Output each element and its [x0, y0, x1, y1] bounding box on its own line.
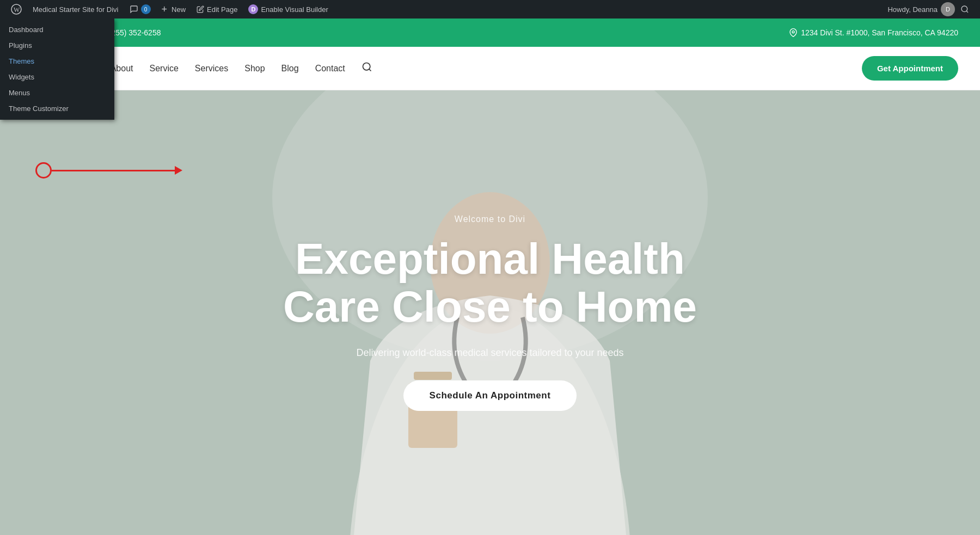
- dropdown-item-themes[interactable]: Themes: [0, 53, 114, 69]
- nav-link-service[interactable]: Service: [150, 64, 179, 73]
- top-bar: 7 Emergency Hotline: (255) 352-6258 1234…: [0, 19, 980, 47]
- admin-bar-right: Howdy, Deanna D: [887, 2, 975, 16]
- hero-section: Welcome to Divi Exceptional Health Care …: [0, 90, 980, 535]
- hero-subtitle: Welcome to Divi: [283, 214, 697, 224]
- edit-page-bar-item[interactable]: Edit Page: [191, 0, 243, 19]
- user-avatar: D: [941, 2, 955, 16]
- comment-count: 0: [141, 4, 151, 14]
- nav-link-contact[interactable]: Contact: [315, 64, 345, 73]
- svg-point-2: [961, 6, 967, 12]
- svg-text:W: W: [14, 6, 20, 14]
- dropdown-item-menus[interactable]: Menus: [0, 85, 114, 101]
- svg-point-4: [792, 31, 794, 33]
- dropdown-item-plugins[interactable]: Plugins: [0, 38, 114, 53]
- dropdown-item-theme-customizer[interactable]: Theme Customizer: [0, 101, 114, 116]
- howdy-text: Howdy, Deanna: [887, 5, 938, 14]
- get-appointment-button[interactable]: Get Appointment: [862, 56, 958, 81]
- top-bar-address: 1234 Divi St. #1000, San Francisco, CA 9…: [789, 28, 958, 37]
- wp-logo[interactable]: W: [5, 4, 27, 15]
- svg-point-5: [363, 63, 370, 70]
- svg-line-6: [369, 69, 371, 71]
- enable-visual-builder-bar-item[interactable]: D Enable Visual Builder: [243, 0, 333, 19]
- address-text: 1234 Divi St. #1000, San Francisco, CA 9…: [801, 28, 958, 37]
- main-nav: D Home About Service Services Shop Blog …: [0, 47, 980, 90]
- hero-title: Exceptional Health Care Close to Home: [283, 235, 697, 331]
- admin-search-icon[interactable]: [955, 5, 975, 14]
- admin-bar: W Medical Starter Site for Divi 0 + New …: [0, 0, 980, 19]
- comments-bar-item[interactable]: 0: [124, 0, 156, 19]
- hero-description: Delivering world-class medical services …: [283, 347, 697, 359]
- dropdown-item-widgets[interactable]: Widgets: [0, 69, 114, 85]
- svg-line-3: [966, 11, 968, 13]
- appearance-dropdown-menu: Dashboard Plugins Themes Widgets Menus T…: [0, 19, 114, 120]
- nav-link-services[interactable]: Services: [195, 64, 228, 73]
- nav-link-blog[interactable]: Blog: [281, 64, 299, 73]
- dropdown-item-dashboard[interactable]: Dashboard: [0, 22, 114, 38]
- site-name-bar-item[interactable]: Medical Starter Site for Divi: [27, 0, 124, 19]
- nav-links: Home About Service Services Shop Blog Co…: [71, 62, 862, 75]
- hero-content: Welcome to Divi Exceptional Health Care …: [261, 214, 719, 411]
- nav-link-shop[interactable]: Shop: [244, 64, 265, 73]
- new-bar-item[interactable]: + New: [156, 0, 192, 19]
- nav-search-icon[interactable]: [362, 62, 372, 75]
- schedule-appointment-button[interactable]: Schedule An Appointment: [403, 380, 577, 411]
